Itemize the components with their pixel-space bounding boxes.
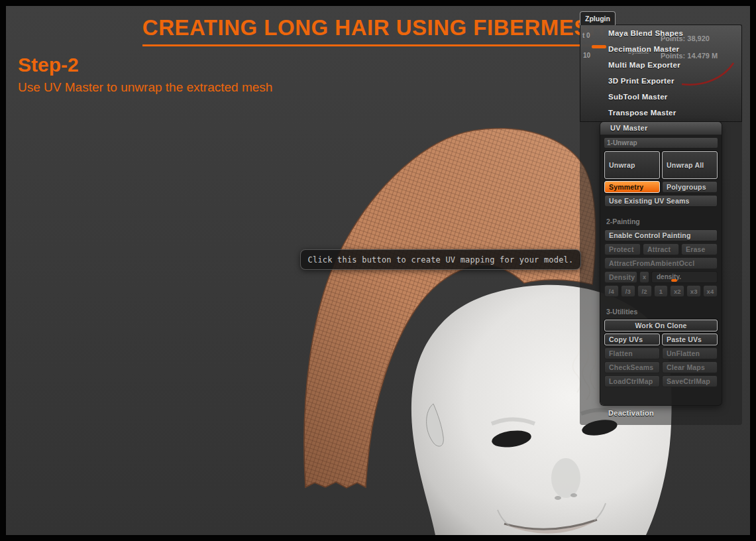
density-x2-button[interactable]: x2 bbox=[670, 285, 684, 297]
density-slider-label: density. bbox=[657, 273, 681, 280]
deactivation-item[interactable]: Deactivation bbox=[608, 409, 654, 417]
menu-item-maya-blend-shapes[interactable]: Maya Blend Shapes bbox=[580, 25, 741, 41]
clear-maps-button[interactable]: Clear Maps bbox=[662, 361, 718, 373]
menu-item-decimation-master[interactable]: Decimation Master bbox=[580, 41, 741, 57]
zplugin-panel: t 0 10 Dynamic Points: 38,920 Points: 14… bbox=[580, 25, 742, 425]
use-existing-uv-seams-toggle[interactable]: Use Existing UV Seams bbox=[604, 195, 718, 207]
section-1-unwrap: 1-Unwrap bbox=[604, 138, 718, 148]
density-div2-button[interactable]: /2 bbox=[637, 285, 652, 297]
section-2-painting: 2-Painting bbox=[604, 217, 718, 225]
copy-uvs-button[interactable]: Copy UVs bbox=[604, 333, 660, 345]
step-heading: Step-2 bbox=[18, 54, 79, 76]
uv-master-header[interactable]: UV Master bbox=[600, 122, 722, 135]
attract-button[interactable]: Attract bbox=[643, 243, 679, 255]
uv-master-panel: UV Master 1-Unwrap Unwrap Unwrap All Sym… bbox=[600, 122, 722, 405]
check-seams-button[interactable]: CheckSeams bbox=[604, 361, 660, 373]
density-div3-button[interactable]: /3 bbox=[621, 285, 635, 297]
tooltip: Click this button to create UV mapping f… bbox=[300, 249, 581, 270]
zplugin-tab[interactable]: Zplugin bbox=[580, 11, 616, 25]
density-div4-button[interactable]: /4 bbox=[604, 285, 619, 297]
paste-uvs-button[interactable]: Paste UVs bbox=[662, 333, 718, 345]
symmetry-toggle[interactable]: Symmetry bbox=[604, 181, 660, 193]
density-button[interactable]: Density bbox=[604, 271, 637, 283]
save-ctrl-map-button[interactable]: SaveCtrlMap bbox=[662, 375, 718, 387]
unwrap-button[interactable]: Unwrap bbox=[604, 151, 660, 179]
density-x-button[interactable]: x bbox=[639, 271, 649, 283]
step-subheading: Use UV Master to unwrap the extracted me… bbox=[18, 80, 272, 95]
density-slider-marker[interactable] bbox=[671, 279, 677, 282]
section-3-utilities: 3-Utilities bbox=[604, 308, 718, 316]
annotation-red-curve bbox=[678, 59, 737, 92]
density-slider[interactable]: density. bbox=[651, 271, 718, 283]
tutorial-title: CREATING LONG HAIR USING FIBERMESH bbox=[142, 15, 605, 46]
attract-from-ambient-occl-button[interactable]: AttractFromAmbientOccl bbox=[604, 257, 718, 269]
erase-button[interactable]: Erase bbox=[681, 243, 718, 255]
load-ctrl-map-button[interactable]: LoadCtrlMap bbox=[604, 375, 660, 387]
flatten-button[interactable]: Flatten bbox=[604, 347, 660, 359]
zbrush-canvas: CREATING LONG HAIR USING FIBERMESH Step-… bbox=[0, 0, 756, 541]
nose bbox=[551, 458, 580, 498]
unflatten-button[interactable]: UnFlatten bbox=[662, 347, 718, 359]
polygroups-toggle[interactable]: Polygroups bbox=[662, 181, 718, 193]
protect-button[interactable]: Protect bbox=[604, 243, 641, 255]
nostril-right bbox=[570, 493, 577, 497]
tutorial-title-block: CREATING LONG HAIR USING FIBERMESH bbox=[92, 15, 655, 46]
unwrap-all-button[interactable]: Unwrap All bbox=[662, 151, 718, 179]
enable-control-painting-toggle[interactable]: Enable Control Painting bbox=[604, 229, 718, 241]
work-on-clone-button[interactable]: Work On Clone bbox=[604, 320, 718, 331]
density-x4-button[interactable]: x4 bbox=[703, 285, 718, 297]
density-x1-button[interactable]: 1 bbox=[654, 285, 669, 297]
nostril-left bbox=[555, 496, 561, 500]
density-x3-button[interactable]: x3 bbox=[686, 285, 701, 297]
menu-item-transpose-master[interactable]: Transpose Master bbox=[580, 105, 741, 121]
